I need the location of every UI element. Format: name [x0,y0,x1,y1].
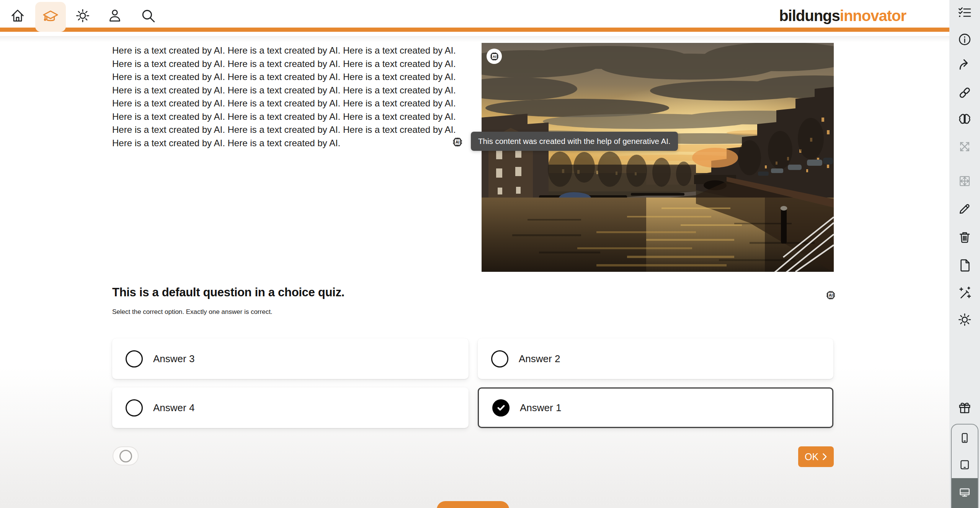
gear-icon [75,18,90,25]
empty-radio-control[interactable] [113,446,139,466]
home-icon [10,18,25,25]
edit-button[interactable] [957,201,972,216]
learning-button[interactable] [35,2,66,32]
desktop-icon [958,486,971,500]
task-list-icon [957,15,972,21]
share-button[interactable] [957,58,972,72]
page-icon [957,267,972,274]
answer-option-4[interactable]: Answer 4 [112,387,469,428]
brand-logo: bildungsinnovator [779,0,906,32]
ai-generate-button[interactable] [957,286,972,300]
answer-options: Answer 3 Answer 2 Answer 4 Answer 1 [112,338,834,428]
ok-button[interactable]: OK [798,446,834,467]
svg-text:AI: AI [456,140,460,144]
pencil-icon [957,211,972,217]
fit-screen-button [957,174,972,188]
device-preview-toggle [951,424,978,508]
settings-button[interactable] [75,8,90,23]
ai-chip-badge-image[interactable]: AI [487,49,502,64]
magic-wand-icon [957,295,972,301]
ai-generated-text: Here is a text created by AI. Here is a … [112,44,465,150]
svg-text:AI: AI [492,54,496,58]
canal-sunset-photo: AI [482,43,834,272]
gift-icon [957,410,972,416]
radio-checked [492,399,510,417]
radio-unchecked [126,399,143,417]
link-button[interactable] [957,85,972,100]
expand-button [957,139,972,154]
ai-chip-badge-text[interactable]: AI [452,136,463,148]
radio-circle [119,450,132,462]
ai-chip-badge-question[interactable]: AI [825,290,836,301]
fit-screen-icon [957,183,972,189]
page-button[interactable] [957,258,972,273]
answer-option-2[interactable]: Answer 2 [478,338,833,379]
radio-unchecked [491,350,508,368]
link-icon [957,95,972,101]
question-instruction: Select the correct option. Exactly one a… [112,308,273,316]
info-icon [957,41,972,48]
delete-button[interactable] [957,230,972,245]
radio-unchecked [126,350,143,368]
app-root: bildungsinnovator Here is a text created… [0,0,980,508]
bottom-action-button-cutoff[interactable] [437,501,509,508]
device-mobile-button[interactable] [952,425,978,452]
expand-arrows-icon [957,149,972,155]
tablet-icon [958,458,971,473]
gift-button[interactable] [957,400,972,415]
mobile-icon [958,431,971,446]
brain-button[interactable] [957,112,972,127]
ai-content-tooltip: This content was created with the help o… [471,132,678,151]
tool-sidebar [949,0,980,508]
answer-label: Answer 1 [520,402,561,414]
answer-option-3[interactable]: Answer 3 [112,338,469,379]
answer-label: Answer 3 [153,353,194,365]
lesson-canvas: Here is a text created by AI. Here is a … [0,36,949,508]
sidebar-settings-button[interactable] [957,312,972,327]
chevron-right-icon [822,453,827,461]
search-button[interactable] [140,8,156,24]
answer-label: Answer 2 [519,353,560,365]
info-button[interactable] [957,32,972,47]
device-desktop-button[interactable] [952,478,978,508]
ok-button-label: OK [805,451,818,462]
search-icon [140,18,156,25]
brain-icon [957,121,972,128]
logo-text-orange: innovator [840,7,906,25]
top-navigation-bar: bildungsinnovator [0,0,949,32]
gear-icon [957,322,972,328]
profile-button[interactable] [107,8,122,23]
device-tablet-button[interactable] [952,452,978,478]
question-title: This is a default question in a choice q… [112,286,345,299]
logo-text-black: bildungs [779,7,840,25]
answer-option-1-selected[interactable]: Answer 1 [478,387,833,428]
share-icon [957,67,972,74]
answer-label: Answer 4 [153,402,194,414]
person-icon [107,18,122,25]
task-list-button[interactable] [957,5,972,20]
checkmark-icon [497,403,506,412]
home-button[interactable] [10,8,25,23]
svg-text:AI: AI [829,293,833,297]
graduation-cap-icon [41,8,60,26]
trash-icon [957,239,972,246]
